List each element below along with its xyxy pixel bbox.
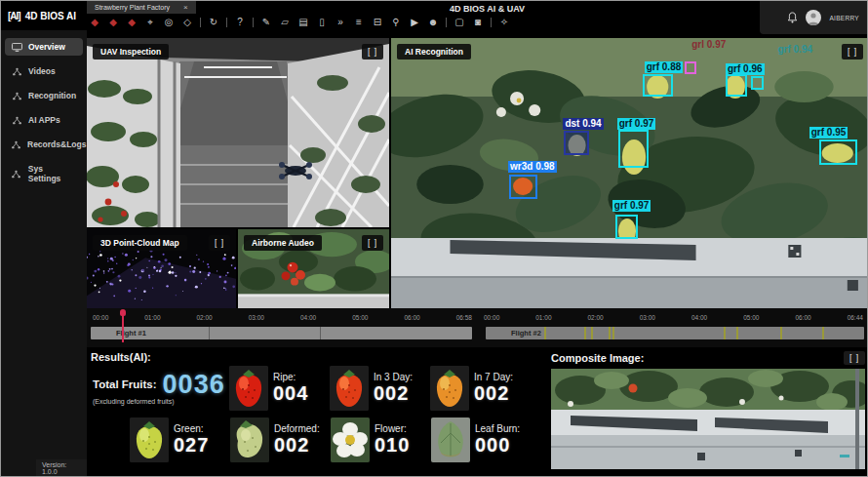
user-name[interactable]: AIBERRY [829, 15, 859, 21]
result-label: In 7 Day: [474, 372, 513, 382]
composite-image[interactable] [551, 369, 865, 469]
logo-text: 4D BIOS AI [25, 11, 76, 21]
sidebar-item-records-logs[interactable]: Records&Logs [5, 136, 83, 153]
event-marker [591, 327, 593, 339]
toolbar-divider [200, 18, 201, 27]
sidebar-item-videos[interactable]: Videos [5, 62, 83, 80]
user-icon[interactable]: ☻ [427, 18, 439, 27]
toolbar-divider [491, 18, 492, 27]
toolbar-divider [446, 18, 447, 27]
sidebar-item-sys-settings[interactable]: Sys Settings [5, 160, 83, 187]
fullscreen-button[interactable]: [ ] [362, 44, 383, 60]
event-marker [780, 327, 782, 339]
playhead[interactable] [122, 311, 124, 342]
sidebar-item-ai-apps[interactable]: AI APPs [5, 111, 83, 129]
panel-uav-inspection: UAV Inspection [ ] [87, 38, 389, 227]
cube-red-front-icon[interactable]: ◆ [89, 18, 100, 27]
green-thumbnail [130, 417, 169, 462]
timeline-tick: 01:00 [144, 314, 160, 321]
sidebar-item-label: Recognition [28, 91, 76, 100]
app-window: [AI] 4D BIOS AI Strawberry Plant Factory… [0, 0, 868, 477]
result-value: 002 [474, 382, 513, 405]
tab-label: Strawberry Plant Factory [95, 4, 170, 11]
compass-icon[interactable]: ✧ [498, 18, 510, 27]
result-value: 000 [475, 434, 520, 457]
cube-red-side-icon[interactable]: ◆ [126, 18, 138, 27]
share-nodes-icon [11, 140, 21, 149]
result-value: 002 [374, 382, 413, 405]
flight-1-track[interactable]: Flight #1 [91, 327, 472, 339]
result-item-in3day: In 3 Day: 002 [330, 366, 430, 411]
timeline-tick: 00:00 [93, 314, 108, 321]
polygon-icon[interactable]: ▱ [279, 18, 291, 27]
leafburn-thumbnail [431, 417, 470, 462]
toolbar: ◆◆◆⌖◎◇↻?✎▱▤▯»≡⊟⚲▶☻▢◙✧ [89, 14, 510, 30]
close-icon[interactable]: × [183, 3, 188, 12]
delete-icon[interactable]: ▯ [316, 18, 328, 27]
sidebar-item-overview[interactable]: Overview [5, 38, 83, 56]
timeline-ruler[interactable]: 00:0001:0002:0003:0004:0005:0006:0006:58… [87, 308, 868, 326]
result-value: 027 [174, 434, 209, 457]
focus-capture-icon[interactable]: ◎ [163, 18, 175, 27]
tab-strawberry-plant-factory[interactable]: Strawberry Plant Factory × [87, 1, 196, 14]
window-icon[interactable]: ▢ [454, 18, 465, 27]
result-item-flower: Flower: 010 [331, 417, 431, 462]
timeline-tick: 03:00 [640, 314, 655, 321]
user-box: AIBERRY [760, 1, 867, 34]
timeline-tick: 06:00 [795, 314, 810, 321]
result-item-ripe: Ripe: 004 [229, 366, 330, 411]
share-nodes-icon [11, 67, 22, 76]
main-area: UAV Inspection [ ] 3D Point-Cloud Map [ … [87, 30, 868, 477]
video-camera-icon[interactable]: ▶ [409, 18, 420, 27]
event-marker [612, 327, 614, 339]
camera-icon[interactable]: ◙ [472, 18, 484, 27]
uav-video-frame[interactable] [87, 38, 389, 227]
edit-pencil-icon[interactable]: ✎ [260, 18, 272, 27]
panel-ai-recognition: grl 0.97grf 0.94grf 0.88grf 0.96dst 0.94… [391, 38, 868, 308]
composite-section: Composite Image: [ ] [543, 347, 868, 477]
timeline-tick: 00:00 [484, 314, 499, 321]
search-icon[interactable]: ⚲ [390, 18, 402, 27]
sidebar-item-label: Sys Settings [28, 164, 77, 183]
results-section: Results(AI): Total Fruits: 0036 (Excludi… [87, 347, 543, 477]
detection-box [751, 76, 764, 90]
sidebar-item-label: Records&Logs [27, 139, 86, 149]
avatar[interactable] [806, 10, 821, 25]
app-logo: [AI] 4D BIOS AI [1, 1, 87, 30]
cube-3d-icon[interactable]: ◇ [181, 18, 193, 27]
event-marker [609, 327, 611, 339]
fullscreen-button[interactable]: [ ] [362, 235, 383, 251]
timeline-tick: 01:00 [535, 314, 551, 321]
sliders-icon[interactable]: ≡ [353, 18, 365, 27]
save-icon[interactable]: ▤ [297, 18, 309, 27]
sync-icon[interactable]: ↻ [208, 18, 219, 27]
result-item-green: Green: 027 [130, 417, 230, 462]
detection-box [685, 61, 695, 73]
logo-icon: [AI] [8, 11, 20, 21]
result-label: Ripe: [273, 372, 308, 382]
segment-divider [320, 327, 321, 339]
toolbar-divider [253, 18, 254, 27]
result-label: Leaf Burn: [475, 423, 520, 434]
event-marker [736, 327, 738, 339]
flight-2-track[interactable]: Flight #2 [486, 327, 864, 339]
more-chevrons-icon[interactable]: » [335, 18, 346, 27]
detection-box [618, 130, 649, 168]
fullscreen-button[interactable]: [ ] [842, 44, 863, 60]
bell-icon[interactable] [787, 12, 798, 23]
deformed-thumbnail [230, 417, 269, 462]
total-fruits-value: 0036 [163, 372, 225, 397]
segment-divider [209, 327, 210, 339]
sidebar-item-recognition[interactable]: Recognition [5, 87, 83, 104]
fullscreen-button[interactable]: [ ] [209, 235, 230, 251]
sidebar-item-label: Videos [28, 66, 56, 76]
detection-overlay: grl 0.97grf 0.94grf 0.88grf 0.96dst 0.94… [391, 38, 868, 308]
detection-label: grf 0.95 [809, 127, 848, 139]
timeline-tick: 06:44 [848, 314, 863, 321]
select-area-icon[interactable]: ⌖ [144, 18, 156, 27]
fullscreen-button[interactable]: [ ] [844, 351, 865, 365]
total-fruits-note: (Excluding deformed fruits) [93, 398, 229, 405]
help-icon[interactable]: ? [234, 18, 246, 27]
printer-icon[interactable]: ⊟ [372, 18, 383, 27]
cube-red-top-icon[interactable]: ◆ [107, 18, 119, 27]
